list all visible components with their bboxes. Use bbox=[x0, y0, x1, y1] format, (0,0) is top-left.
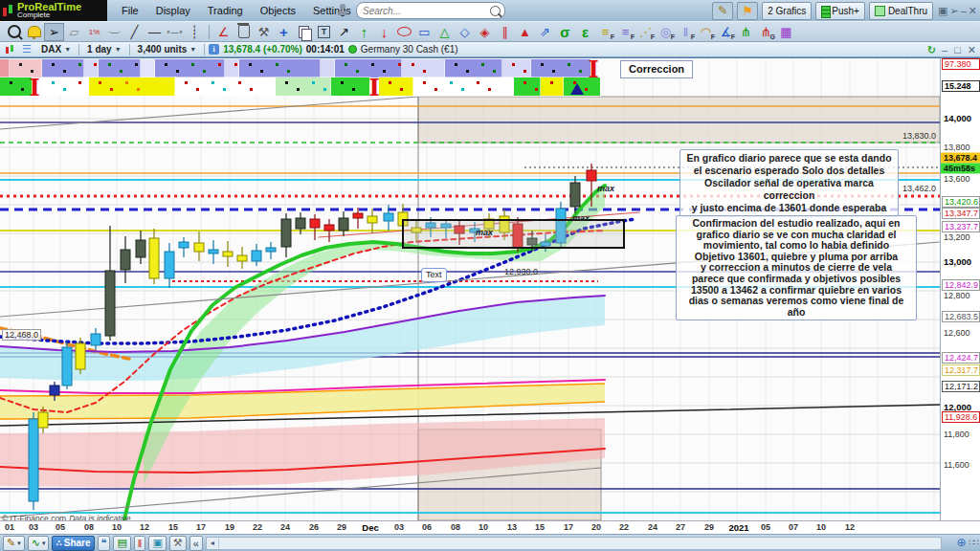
fib-time-zones-icon[interactable]: ‖F bbox=[676, 23, 696, 41]
candlestick-style-icon[interactable] bbox=[3, 43, 16, 55]
text-tool-icon[interactable]: T bbox=[314, 23, 334, 41]
info-icon[interactable]: i bbox=[209, 44, 219, 55]
window-pin-icon[interactable]: ➢ bbox=[948, 5, 959, 16]
arc-icon[interactable]: ◠F bbox=[696, 23, 716, 41]
cursor-icon[interactable]: ➢ bbox=[44, 23, 64, 41]
timeframe-dropdown[interactable]: 1 day▼ bbox=[83, 43, 125, 56]
copyright-note: © IT-Finance.comData is indicative bbox=[2, 514, 130, 520]
dealthru-button[interactable]: DealThru bbox=[869, 2, 933, 20]
fib-fan-icon[interactable]: ⋰F bbox=[635, 23, 656, 41]
trend-arrow-icon[interactable]: ↗ bbox=[334, 23, 354, 41]
compare-icon[interactable]: ‖ bbox=[134, 536, 146, 551]
axis-price-label: 45m58s bbox=[941, 164, 980, 174]
up-arrow-icon[interactable]: ↑ bbox=[354, 23, 374, 41]
text-object-label[interactable]: Text bbox=[421, 268, 447, 282]
app-window: ProRealTime Complete FileDisplayTradingO… bbox=[0, 0, 980, 551]
diamond-icon[interactable]: ◇ bbox=[455, 23, 475, 41]
copy-icon[interactable] bbox=[294, 23, 314, 41]
resize-handle[interactable]: ∷∷ bbox=[969, 538, 978, 547]
move-icon[interactable]: + bbox=[274, 23, 294, 41]
max-label: max bbox=[597, 184, 614, 193]
down-arrow-icon[interactable]: ↓ bbox=[374, 23, 394, 41]
news-icon[interactable]: ▤ bbox=[113, 536, 130, 551]
horizontal-scrollbar[interactable]: ◂ bbox=[206, 537, 942, 550]
instrument-dropdown[interactable]: DAX▼ bbox=[37, 43, 75, 56]
window-popout-icon[interactable]: ▣ bbox=[937, 5, 948, 16]
profile-icon[interactable] bbox=[337, 4, 348, 17]
angle-icon[interactable]: ∠ bbox=[213, 23, 234, 41]
search-icon[interactable] bbox=[490, 6, 501, 16]
heatmap-row-1-cell bbox=[239, 59, 321, 77]
chart-close-icon[interactable]: ✕ bbox=[967, 44, 977, 56]
share-button[interactable]: ∴Share bbox=[52, 536, 94, 551]
chart-minimize-icon[interactable]: – bbox=[941, 44, 948, 55]
chart-area[interactable]: 13,830.013,462.012,930.012,468.0maxmaxma… bbox=[0, 57, 940, 520]
menu-trading[interactable]: Trading bbox=[199, 0, 252, 21]
ellipse-icon[interactable] bbox=[394, 23, 414, 41]
triangle-pattern-icon[interactable]: ▲ bbox=[515, 23, 535, 41]
flag-button[interactable]: ⚑ bbox=[737, 2, 758, 20]
app-logo: ProRealTime Complete bbox=[0, 0, 107, 21]
menu-settings[interactable]: Settings bbox=[304, 0, 360, 21]
date-tick-label: 03 bbox=[394, 522, 404, 532]
alerts-icon[interactable] bbox=[24, 23, 44, 41]
sigma-channel-icon[interactable]: σ bbox=[555, 23, 575, 41]
gann-fan-icon[interactable]: ⋔G bbox=[756, 23, 776, 41]
instrument-list-icon[interactable]: ☰ bbox=[20, 43, 33, 55]
heatmap-row-1-cell bbox=[502, 59, 531, 77]
draw-tools-button[interactable]: ✎▾ bbox=[3, 536, 25, 551]
pattern-diamond-icon[interactable]: ◈ bbox=[475, 23, 495, 41]
line-icon[interactable]: ╱ bbox=[124, 23, 145, 41]
snapshot-icon[interactable]: ▣ bbox=[148, 536, 166, 551]
max-label: max bbox=[476, 228, 493, 237]
fib-expansion-icon[interactable]: ≡F bbox=[615, 23, 635, 41]
workspace-icon[interactable]: ⚒ bbox=[169, 536, 187, 551]
gann-grid-icon[interactable]: ▦ bbox=[776, 23, 796, 41]
extended-line-icon[interactable]: ∘—∘ bbox=[165, 23, 185, 41]
fib-retracement-icon[interactable]: ≡F bbox=[595, 23, 615, 41]
push-button[interactable]: Push+ bbox=[815, 2, 865, 20]
date-tick-label: 13 bbox=[507, 522, 517, 532]
segment-icon[interactable]: ·—· bbox=[104, 23, 124, 41]
epsilon-channel-icon[interactable]: ε bbox=[575, 23, 595, 41]
search-input[interactable] bbox=[361, 5, 490, 17]
angle-fan-icon[interactable]: ∡F bbox=[716, 23, 736, 41]
price-percent-icon[interactable]: 1% bbox=[84, 23, 104, 41]
search-box[interactable] bbox=[356, 2, 505, 19]
vertical-line-icon[interactable]: ┊ bbox=[185, 23, 205, 41]
delete-icon[interactable] bbox=[234, 23, 254, 41]
price-axis[interactable]: 97.38015.24814,00013,80013,678.445m58s13… bbox=[940, 57, 980, 520]
scroll-left-button[interactable]: ◂ bbox=[207, 539, 219, 548]
menu-display[interactable]: Display bbox=[147, 0, 199, 21]
properties-icon[interactable]: ⚒ bbox=[254, 23, 274, 41]
units-dropdown[interactable]: 3,400 units▼ bbox=[134, 43, 201, 56]
graphs-count-button[interactable]: 2 Grafics bbox=[762, 2, 812, 20]
drawing-mode-button[interactable]: ✎ bbox=[712, 2, 733, 20]
zoom-in-icon[interactable]: ⊕ bbox=[956, 536, 966, 549]
channel-icon[interactable]: ∥ bbox=[495, 23, 515, 41]
window-minimize-icon[interactable]: – bbox=[960, 5, 968, 16]
menu-file[interactable]: File bbox=[113, 0, 147, 21]
chart-style-button[interactable]: ∿▾ bbox=[28, 536, 50, 551]
axis-price-label: 12,424.7 bbox=[942, 352, 980, 364]
annotation-box-2[interactable]: Confirmacion del estudio realizado, aqui… bbox=[676, 215, 917, 320]
correccion-label[interactable]: Correccion bbox=[620, 60, 693, 78]
chart-maximize-icon[interactable]: □ bbox=[953, 44, 962, 55]
trend-plus-icon[interactable]: ⇗ bbox=[535, 23, 555, 41]
chat-icon[interactable]: ❝ bbox=[98, 536, 111, 551]
horizontal-line-icon[interactable]: — bbox=[145, 23, 165, 41]
pitchfork-icon[interactable]: ⋔ bbox=[736, 23, 756, 41]
annotation-box-1[interactable]: En grafico diario parece que se esta dan… bbox=[679, 149, 899, 217]
feed-label: Germany 30 Cash (€1) bbox=[361, 44, 458, 55]
triangle-icon[interactable]: △ bbox=[434, 23, 455, 41]
heatmap-row-1-cell bbox=[0, 59, 10, 77]
zoom-icon[interactable] bbox=[4, 23, 24, 41]
menu-objects[interactable]: Objects bbox=[252, 0, 304, 21]
refresh-icon[interactable]: ↻ bbox=[927, 44, 936, 56]
collapse-icon[interactable]: « bbox=[189, 536, 203, 551]
spiral-icon[interactable]: ◎F bbox=[656, 23, 676, 41]
window-close-icon[interactable]: ✕ bbox=[968, 5, 978, 16]
rectangle-icon[interactable]: ▭ bbox=[414, 23, 434, 41]
ruler-icon[interactable]: ▱ bbox=[64, 23, 84, 41]
date-axis[interactable]: 01030508101215171922242629Dec03060810131… bbox=[0, 520, 980, 534]
